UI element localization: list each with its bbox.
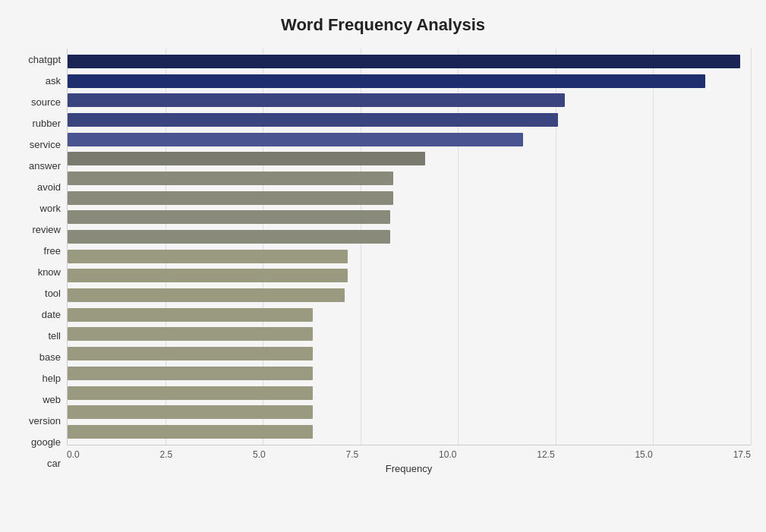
bar-row — [68, 286, 751, 304]
bar-row — [68, 364, 751, 382]
x-axis: 0.02.55.07.510.012.515.017.5 — [67, 445, 751, 460]
bar — [68, 133, 523, 146]
chart-container: Word Frequency Analysis chatgptasksource… — [0, 0, 766, 532]
bar-row — [68, 169, 751, 187]
y-label: date — [42, 306, 61, 324]
bar — [68, 210, 390, 224]
bar — [68, 74, 705, 88]
bars-wrapper — [68, 49, 751, 445]
bar-row — [68, 150, 751, 168]
bar-row — [68, 52, 751, 71]
bar — [68, 308, 313, 322]
x-tick: 12.5 — [537, 449, 554, 460]
bar-row — [68, 384, 751, 402]
x-tick: 5.0 — [253, 449, 266, 460]
x-tick: 10.0 — [439, 449, 456, 460]
bar — [68, 386, 313, 400]
bars-area — [67, 49, 751, 445]
y-label: tell — [48, 327, 61, 345]
bar-row — [68, 247, 751, 266]
chart-area: chatgptasksourcerubberserviceansweravoid… — [15, 49, 751, 474]
grid-line — [751, 49, 752, 445]
y-label: free — [44, 241, 61, 260]
bar-row — [68, 228, 751, 246]
y-labels: chatgptasksourcerubberserviceansweravoid… — [15, 49, 67, 474]
x-tick: 7.5 — [346, 449, 359, 460]
bar-row — [68, 111, 751, 129]
bar — [68, 269, 348, 282]
y-label: base — [39, 348, 61, 367]
bar-row — [68, 189, 751, 207]
x-tick: 15.0 — [635, 449, 652, 460]
bars-and-x: 0.02.55.07.510.012.515.017.5 Frequency — [67, 49, 751, 474]
y-label: avoid — [37, 178, 61, 196]
y-label: ask — [46, 71, 61, 90]
bar-row — [68, 306, 751, 324]
bar-row — [68, 403, 751, 421]
bar-row — [68, 208, 751, 226]
bar — [68, 93, 565, 107]
bar — [68, 425, 313, 439]
bar — [68, 347, 313, 360]
bar — [68, 113, 558, 127]
y-label: service — [30, 135, 61, 153]
y-label: version — [29, 412, 61, 430]
bar-row — [68, 325, 751, 343]
y-label: answer — [29, 156, 61, 175]
x-tick: 0.0 — [67, 449, 80, 460]
bar — [68, 405, 313, 419]
bar — [68, 55, 740, 68]
bar-row — [68, 266, 751, 285]
bar-row — [68, 423, 751, 441]
y-label: help — [42, 370, 61, 388]
bar — [68, 230, 390, 244]
x-tick: 17.5 — [733, 449, 751, 460]
y-label: review — [32, 220, 61, 238]
chart-title: Word Frequency Analysis — [15, 15, 751, 35]
bar — [68, 152, 425, 165]
x-axis-label: Frequency — [67, 463, 751, 474]
y-label: work — [40, 199, 61, 217]
y-label: tool — [45, 285, 61, 303]
y-label: google — [31, 433, 61, 452]
bar — [68, 250, 348, 263]
y-label: know — [38, 263, 61, 281]
bar-row — [68, 345, 751, 363]
y-label: chatgpt — [28, 50, 61, 68]
y-label: car — [47, 455, 61, 473]
y-label: source — [31, 93, 61, 111]
bar-row — [68, 91, 751, 109]
bar — [68, 288, 345, 302]
y-label: web — [43, 391, 61, 409]
bar — [68, 327, 313, 341]
bar — [68, 172, 393, 185]
x-tick: 2.5 — [160, 449, 173, 460]
bar — [68, 367, 313, 380]
y-label: rubber — [32, 114, 61, 132]
bar — [68, 191, 393, 205]
bar-row — [68, 131, 751, 149]
bar-row — [68, 72, 751, 90]
